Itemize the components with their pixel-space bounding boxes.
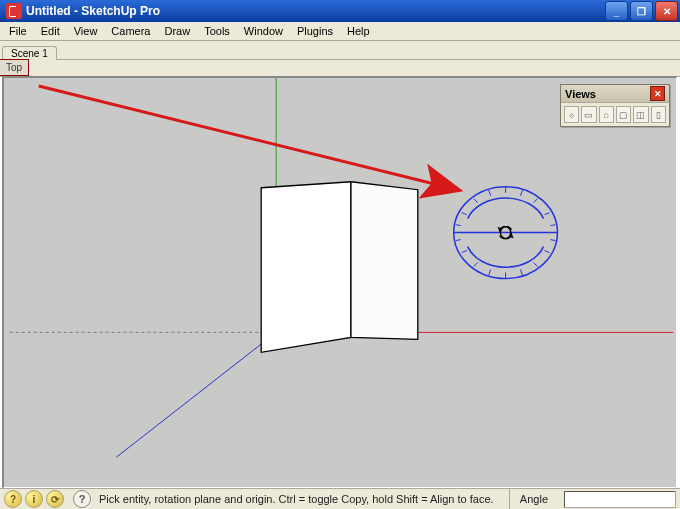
svg-line-7: [534, 199, 538, 203]
window-title: Untitled - SketchUp Pro: [26, 4, 605, 18]
status-angle-input[interactable]: [564, 491, 676, 508]
view-top-button[interactable]: ▭: [581, 106, 596, 123]
maximize-button[interactable]: ❐: [630, 1, 653, 21]
views-palette-close[interactable]: ✕: [650, 86, 665, 101]
status-round-button-1[interactable]: ?: [4, 490, 22, 508]
menu-draw[interactable]: Draw: [157, 24, 197, 38]
viewport-3d[interactable]: Views ✕ ⟐ ▭ ⌂ ▢ ◫ ▯: [2, 76, 678, 489]
svg-line-13: [550, 240, 555, 241]
svg-line-19: [521, 270, 523, 276]
menu-file[interactable]: File: [2, 24, 34, 38]
svg-line-16: [474, 263, 478, 267]
view-right-button[interactable]: ▢: [616, 106, 631, 123]
svg-line-18: [489, 270, 491, 276]
svg-line-8: [462, 213, 467, 215]
status-hint: Pick entity, rotation plane and origin. …: [99, 493, 509, 505]
scene-bar: Scene 1: [0, 41, 680, 60]
model-face-left[interactable]: [261, 182, 351, 353]
menu-view[interactable]: View: [67, 24, 105, 38]
status-round-button-3[interactable]: ⟳: [46, 490, 64, 508]
svg-line-5: [521, 190, 523, 196]
app-icon: [6, 3, 22, 19]
views-palette-label: Views: [565, 88, 650, 100]
views-palette-title[interactable]: Views ✕: [561, 85, 669, 103]
svg-line-9: [545, 213, 550, 215]
menu-camera[interactable]: Camera: [104, 24, 157, 38]
window-titlebar: Untitled - SketchUp Pro _ ❐ ✕: [0, 0, 680, 22]
status-round-button-2[interactable]: i: [25, 490, 43, 508]
status-angle-label: Angle: [509, 489, 558, 509]
view-left-button[interactable]: ▯: [651, 106, 666, 123]
svg-line-15: [545, 251, 550, 253]
view-back-button[interactable]: ◫: [633, 106, 648, 123]
svg-line-17: [534, 263, 538, 267]
view-label-top[interactable]: Top: [0, 59, 29, 76]
svg-line-4: [489, 190, 491, 196]
svg-line-11: [550, 225, 555, 226]
model-face-right[interactable]: [351, 182, 418, 340]
views-palette[interactable]: Views ✕ ⟐ ▭ ⌂ ▢ ◫ ▯: [560, 84, 670, 127]
view-iso-button[interactable]: ⟐: [564, 106, 579, 123]
status-bar: ? i ⟳ ? Pick entity, rotation plane and …: [0, 488, 680, 509]
svg-line-12: [456, 240, 461, 241]
menu-bar: File Edit View Camera Draw Tools Window …: [0, 22, 680, 41]
menu-tools[interactable]: Tools: [197, 24, 237, 38]
rotate-protractor[interactable]: [454, 187, 558, 279]
menu-help[interactable]: Help: [340, 24, 377, 38]
minimize-button[interactable]: _: [605, 1, 628, 21]
close-button[interactable]: ✕: [655, 1, 678, 21]
svg-line-6: [474, 199, 478, 203]
views-palette-body: ⟐ ▭ ⌂ ▢ ◫ ▯: [561, 103, 669, 126]
svg-line-10: [456, 225, 461, 226]
callout-arrow: [39, 86, 458, 190]
view-header: Top: [0, 60, 680, 77]
svg-line-14: [462, 251, 467, 253]
scene-tab[interactable]: Scene 1: [2, 46, 57, 60]
view-front-button[interactable]: ⌂: [599, 106, 614, 123]
axis-blue: [117, 332, 277, 457]
help-icon[interactable]: ?: [73, 490, 91, 508]
menu-edit[interactable]: Edit: [34, 24, 67, 38]
menu-plugins[interactable]: Plugins: [290, 24, 340, 38]
window-buttons: _ ❐ ✕: [605, 1, 678, 21]
menu-window[interactable]: Window: [237, 24, 290, 38]
scene-canvas: [4, 78, 676, 487]
